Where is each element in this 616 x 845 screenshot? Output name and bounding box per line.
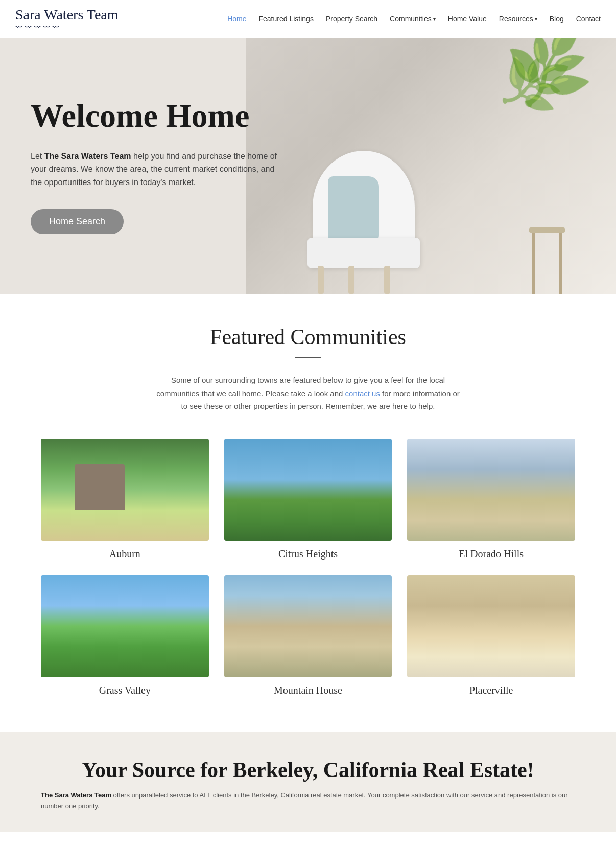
communities-grid: Auburn Citrus Heights El Dorado Hills Gr…: [41, 439, 575, 696]
community-name-eldorado: El Dorado Hills: [407, 548, 575, 560]
nav-home[interactable]: Home: [227, 15, 246, 23]
nav-resources[interactable]: Resources ▾: [499, 15, 537, 23]
bottom-description: The Sara Waters Team offers unparalleled…: [41, 790, 575, 812]
contact-us-link[interactable]: contact us: [345, 389, 380, 398]
community-image-eldorado: [407, 439, 575, 541]
nav-communities[interactable]: Communities ▾: [390, 15, 436, 23]
section-description: Some of our surrounding towns are featur…: [155, 374, 461, 413]
community-image-mountainhouse: [224, 575, 392, 677]
nav-home-value[interactable]: Home Value: [448, 15, 487, 23]
community-item-citrus[interactable]: Citrus Heights: [224, 439, 392, 560]
hero-description: Let The Sara Waters Team help you find a…: [31, 150, 277, 189]
featured-communities-section: Featured Communities Some of our surroun…: [0, 294, 616, 732]
side-table-decoration: [529, 227, 565, 294]
community-image-citrus: [224, 439, 392, 541]
bottom-title: Your Source for Berkeley, California Rea…: [41, 758, 575, 782]
hero-content: Welcome Home Let The Sara Waters Team he…: [0, 67, 308, 265]
communities-chevron-icon: ▾: [433, 16, 436, 22]
community-item-mountainhouse[interactable]: Mountain House: [224, 575, 392, 696]
section-divider: [295, 357, 321, 358]
logo-waves: 〰〰〰〰〰: [15, 24, 119, 32]
hero-title: Welcome Home: [31, 98, 277, 134]
featured-communities-title: Featured Communities: [41, 325, 575, 349]
community-image-grassvalley: [41, 575, 209, 677]
hero-section: 🌿 🌿 Welcome Home Let The Sara Waters Tea…: [0, 38, 616, 294]
nav-property-search[interactable]: Property Search: [326, 15, 377, 23]
community-name-grassvalley: Grass Valley: [41, 684, 209, 696]
community-name-placerville: Placerville: [407, 684, 575, 696]
community-item-eldorado[interactable]: El Dorado Hills: [407, 439, 575, 560]
nav-blog[interactable]: Blog: [550, 15, 564, 23]
community-item-auburn[interactable]: Auburn: [41, 439, 209, 560]
community-name-auburn: Auburn: [41, 548, 209, 560]
home-search-button[interactable]: Home Search: [31, 209, 124, 234]
community-item-grassvalley[interactable]: Grass Valley: [41, 575, 209, 696]
community-item-placerville[interactable]: Placerville: [407, 575, 575, 696]
community-name-mountainhouse: Mountain House: [224, 684, 392, 696]
community-name-citrus: Citrus Heights: [224, 548, 392, 560]
site-header: Sara Waters Team 〰〰〰〰〰 Home Featured Lis…: [0, 0, 616, 38]
resources-chevron-icon: ▾: [535, 16, 537, 22]
site-logo[interactable]: Sara Waters Team 〰〰〰〰〰: [15, 6, 119, 32]
bottom-section: Your Source for Berkeley, California Rea…: [0, 732, 616, 832]
community-image-placerville: [407, 575, 575, 677]
community-image-auburn: [41, 439, 209, 541]
nav-featured-listings[interactable]: Featured Listings: [259, 15, 314, 23]
chair-decoration: [297, 146, 415, 294]
main-nav: Home Featured Listings Property Search C…: [227, 15, 601, 23]
nav-contact[interactable]: Contact: [576, 15, 601, 23]
logo-text: Sara Waters Team: [15, 7, 119, 22]
